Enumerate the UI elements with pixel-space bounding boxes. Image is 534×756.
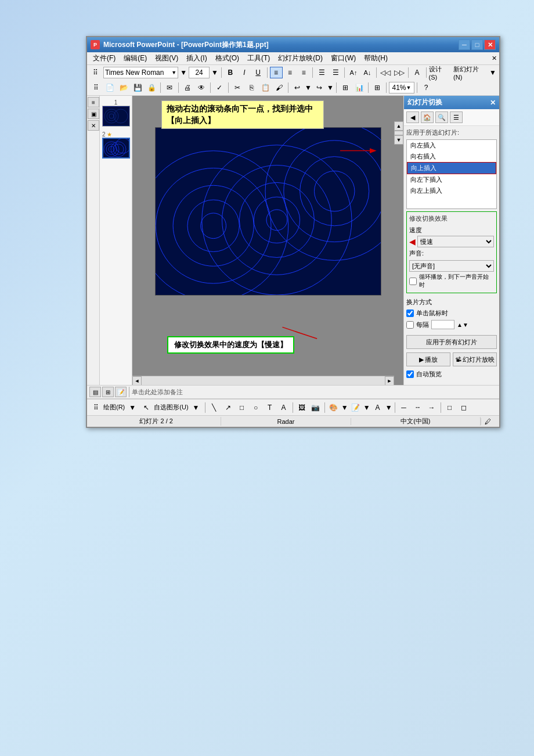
align-center-button[interactable]: ≡ (284, 67, 297, 78)
speed-select[interactable]: 慢速 中速 快速 (417, 236, 494, 247)
arrow-style-btn[interactable]: → (425, 402, 438, 413)
font-decrease-button[interactable]: A↓ (361, 67, 374, 78)
apply-all-button[interactable]: 应用于所有幻灯片 (406, 335, 497, 349)
draw-cursor-btn[interactable]: ↖ (140, 402, 153, 413)
panel-home-btn[interactable]: 🏠 (421, 111, 434, 123)
line-btn[interactable]: ╲ (208, 402, 221, 413)
textbox-btn[interactable]: T (264, 402, 276, 413)
undo-dropdown[interactable]: ▼ (305, 82, 312, 93)
preview-btn[interactable]: 👁 (195, 82, 208, 93)
print-btn[interactable]: 🖨 (181, 82, 194, 93)
format-painter-btn[interactable]: 🖌 (273, 82, 286, 93)
new-slide-label[interactable]: 新幻灯片(N) (453, 65, 488, 81)
font-name-dropdown-btn[interactable]: ▼ (179, 67, 187, 78)
slide-1-thumb[interactable] (102, 106, 130, 127)
slide-2-thumb[interactable] (102, 138, 130, 159)
normal-view-btn[interactable]: ▤ (89, 387, 101, 397)
save-btn[interactable]: 💾 (131, 82, 144, 93)
spin-up-btn[interactable]: ▲▼ (457, 322, 468, 328)
transition-item-3[interactable]: 向左下插入 (407, 174, 496, 185)
scroll-down-btn[interactable]: ▼ (394, 135, 403, 145)
every-checkbox[interactable] (406, 321, 414, 329)
permission-btn[interactable]: 🔒 (145, 82, 158, 93)
spell-btn[interactable]: ✓ (213, 82, 226, 93)
list-button[interactable]: ☰ (315, 67, 328, 78)
outline-view-btn[interactable]: ≡ (88, 97, 99, 107)
font-color-btn2[interactable]: A (371, 402, 384, 413)
play-button[interactable]: ▶ 播放 (406, 352, 450, 366)
align-left-button[interactable]: ≡ (270, 67, 283, 78)
draw-dropdown[interactable]: ▼ (126, 402, 139, 413)
transition-item-1[interactable]: 向右插入 (407, 151, 496, 162)
scroll-right-btn[interactable]: ► (385, 376, 394, 386)
open-btn[interactable]: 📂 (117, 82, 130, 93)
autoshape-dropdown[interactable]: ▼ (190, 402, 203, 413)
menu-slideshow[interactable]: 幻灯片放映(D) (275, 52, 326, 64)
slide-sorter-btn[interactable]: ⊞ (102, 387, 114, 397)
number-list-button[interactable]: ☰ (329, 67, 342, 78)
font-color-dd2[interactable]: ▼ (385, 402, 392, 413)
transition-item-0[interactable]: 向左插入 (407, 140, 496, 151)
menu-help[interactable]: 帮助(H) (360, 52, 391, 64)
restore-button[interactable]: □ (471, 39, 483, 50)
rect-btn[interactable]: □ (236, 402, 248, 413)
underline-button[interactable]: U (252, 67, 265, 78)
fill-color-dd[interactable]: ▼ (341, 402, 348, 413)
shadow-btn[interactable]: □ (443, 402, 456, 413)
scroll-thumb[interactable] (394, 131, 403, 135)
fill-color-btn[interactable]: 🎨 (327, 402, 340, 413)
insert-chart-btn[interactable]: 📊 (353, 82, 366, 93)
font-size-box[interactable]: 24 (189, 67, 210, 78)
wordart-btn[interactable]: A (277, 402, 290, 413)
indent-left-button[interactable]: ◁◁ (379, 67, 392, 78)
menu-file[interactable]: 文件(F) (89, 52, 119, 64)
line-color-btn[interactable]: 📝 (349, 402, 362, 413)
font-name-box[interactable]: Times New Roman ▼ (103, 67, 178, 78)
sound-select[interactable]: [无声音] (409, 260, 494, 272)
scroll-up-btn[interactable]: ▲ (394, 121, 403, 131)
redo-btn[interactable]: ↪ (313, 82, 326, 93)
loop-checkbox[interactable] (409, 278, 417, 285)
email-btn[interactable]: ✉ (163, 82, 176, 93)
auto-preview-checkbox[interactable] (406, 370, 414, 378)
insert-table-btn[interactable]: ⊞ (339, 82, 352, 93)
panel-back-btn[interactable]: ◀ (406, 111, 419, 123)
help-btn[interactable]: ? (420, 82, 432, 93)
menu-tools[interactable]: 工具(T) (244, 52, 273, 64)
menu-window[interactable]: 窗口(W) (327, 52, 359, 64)
font-color-button[interactable]: A (411, 67, 424, 78)
notes-view-btn[interactable]: 📝 (115, 387, 127, 397)
panel-menu-btn[interactable]: ☰ (450, 111, 463, 123)
clip-art-btn[interactable]: 🖼 (295, 402, 308, 413)
undo-btn[interactable]: ↩ (291, 82, 304, 93)
zoom-dropdown-icon[interactable]: ▼ (406, 85, 412, 91)
transition-item-2[interactable]: 向上插入 (407, 162, 496, 174)
font-increase-button[interactable]: A↑ (347, 67, 360, 78)
panel-close-btn[interactable]: ✕ (490, 99, 496, 107)
italic-button[interactable]: I (238, 67, 251, 78)
transition-list[interactable]: 向左插入 向右插入 向上插入 向左下插入 向左上插入 (406, 139, 497, 209)
scroll-left-btn[interactable]: ◄ (132, 376, 142, 386)
indent-right-button[interactable]: ▷▷ (393, 67, 406, 78)
slideshow-button[interactable]: 📽 幻灯片放映 (453, 352, 497, 366)
cut-btn[interactable]: ✂ (231, 82, 244, 93)
design-label[interactable]: 设计(S) (429, 65, 450, 81)
3d-btn[interactable]: ◻ (457, 402, 470, 413)
arrow-btn[interactable]: ↗ (222, 402, 234, 413)
menu-view[interactable]: 视图(V) (151, 52, 182, 64)
menu-insert[interactable]: 插入(I) (183, 52, 210, 64)
align-right-button[interactable]: ≡ (297, 67, 310, 78)
close-button[interactable]: ✕ (484, 39, 496, 50)
every-time-input[interactable] (431, 320, 454, 329)
line-style-btn[interactable]: ─ (398, 402, 410, 413)
font-size-dropdown-btn[interactable]: ▼ (211, 67, 219, 78)
menu-close-icon[interactable]: ✕ (492, 55, 497, 62)
paste-btn[interactable]: 📋 (259, 82, 272, 93)
font-name-dropdown-icon[interactable]: ▼ (171, 70, 176, 75)
line-color-dd[interactable]: ▼ (363, 402, 370, 413)
new-slide-dropdown[interactable]: ▼ (489, 67, 497, 78)
slide-view-btn[interactable]: ▣ (88, 109, 99, 119)
copy-btn[interactable]: ⎘ (245, 82, 258, 93)
menu-edit[interactable]: 编辑(E) (120, 52, 150, 64)
close-panel-btn[interactable]: ✕ (88, 120, 99, 131)
